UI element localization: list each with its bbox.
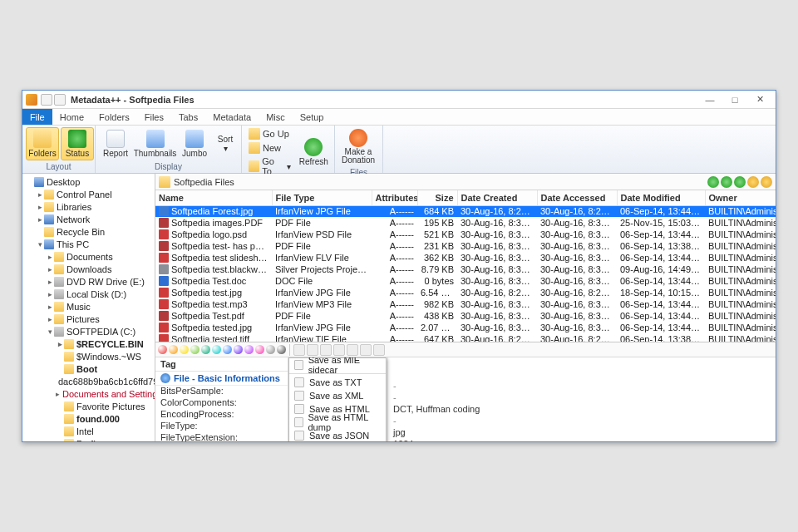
tag-color-button[interactable] — [212, 345, 221, 354]
toolbar-button[interactable] — [333, 344, 345, 356]
tree-node[interactable]: ▸Music — [22, 300, 155, 313]
file-row[interactable]: Softpedia test slideshow.flvIrfanView FL… — [155, 252, 776, 264]
tag-color-button[interactable] — [266, 345, 275, 354]
toolbar-button[interactable] — [373, 344, 385, 356]
file-row[interactable]: Softpedia test.blackwhiteProjectSilver P… — [155, 264, 776, 275]
column-header[interactable]: Date Modified — [617, 190, 705, 205]
tag-color-button[interactable] — [158, 345, 167, 354]
ribbon-tab-setup[interactable]: Setup — [293, 109, 332, 125]
column-header[interactable]: Attributes — [372, 190, 417, 205]
qat-button[interactable] — [54, 94, 66, 106]
file-list-container[interactable]: NameFile TypeAttributesSizeDate CreatedD… — [155, 190, 776, 342]
tree-node[interactable]: ▾This PC — [22, 238, 155, 250]
tag-color-button[interactable] — [255, 345, 264, 354]
report-button[interactable]: Report — [99, 128, 132, 160]
tree-node[interactable]: Intel — [22, 425, 155, 437]
ribbon-tab-folders[interactable]: Folders — [91, 109, 137, 125]
add-tab-button[interactable] — [707, 176, 719, 188]
menu-item[interactable]: Save as TXT — [289, 376, 386, 389]
title-bar[interactable]: Metadata++ - Softpedia Files — □ ✕ — [22, 91, 776, 109]
tag-color-button[interactable] — [244, 345, 254, 354]
toolbar-button[interactable] — [307, 344, 318, 356]
toolbar-button[interactable] — [347, 344, 358, 356]
tag-color-button[interactable] — [201, 345, 210, 354]
expand-icon[interactable]: ▾ — [46, 328, 54, 336]
file-row[interactable]: Softpedia test- has pass (1).pdfPDF File… — [155, 240, 776, 252]
column-header[interactable]: Date Accessed — [537, 190, 617, 205]
tag-color-button[interactable] — [234, 345, 243, 354]
donate-button[interactable]: Make a Donation — [338, 127, 378, 166]
tag-color-button[interactable] — [223, 345, 232, 354]
file-row[interactable]: Softpedia Test.pdfPDF FileA------438 KB3… — [155, 310, 776, 322]
file-row[interactable]: Softpedia tested.tiffIrfanView TIF FileA… — [155, 333, 776, 342]
ribbon-tab-files[interactable]: Files — [137, 109, 171, 125]
ribbon-tab-tabs[interactable]: Tabs — [171, 109, 205, 125]
qat-button[interactable] — [41, 94, 52, 106]
tree-node[interactable]: ▸Network — [22, 213, 155, 225]
status-button[interactable]: Status — [61, 127, 94, 160]
go-up-button[interactable]: Go Up — [245, 127, 294, 140]
menu-item[interactable]: Save as MIE sidecar — [289, 358, 386, 372]
tree-node[interactable]: Desktop — [22, 175, 155, 188]
expand-icon[interactable]: ▸ — [46, 315, 54, 323]
tree-node[interactable]: ▸Local Disk (D:) — [22, 288, 155, 300]
jumbo-button[interactable]: Jumbo — [178, 128, 211, 160]
tree-node[interactable]: Favorite Pictures — [22, 400, 155, 412]
tag-color-button[interactable] — [169, 345, 178, 354]
file-row[interactable]: Softpedia Test.docDOC FileA------0 bytes… — [155, 275, 776, 287]
column-header[interactable]: File Type — [272, 190, 372, 205]
file-row[interactable]: Softpedia Forest.jpgIrfanView JPG FileA-… — [155, 205, 776, 217]
tag-color-button[interactable] — [190, 345, 200, 354]
tree-node[interactable]: ▸Documents — [22, 250, 155, 263]
folders-button[interactable]: Folders — [26, 127, 59, 160]
expand-icon[interactable]: ▾ — [36, 240, 44, 249]
ribbon-tab-misc[interactable]: Misc — [259, 109, 293, 125]
toolbar-button[interactable] — [320, 344, 332, 356]
options-button[interactable] — [761, 176, 772, 188]
metadata-section[interactable]: File - Basic Informations — [155, 372, 288, 386]
tree-node[interactable]: PerfLogs — [22, 437, 155, 441]
expand-icon[interactable]: ▸ — [46, 253, 54, 261]
save-as-menu[interactable]: Save as MIE sidecarSave as TXTSave as XM… — [288, 357, 387, 441]
minimize-button[interactable]: — — [697, 91, 722, 108]
column-header[interactable]: Owner — [705, 190, 776, 205]
tree-node[interactable]: ▸DVD RW Drive (E:) — [22, 275, 155, 288]
current-path[interactable]: Softpedia Files — [174, 177, 707, 187]
toolbar-button[interactable] — [293, 344, 305, 356]
refresh-button[interactable]: Refresh — [296, 136, 331, 168]
expand-icon[interactable]: ▸ — [36, 203, 44, 211]
file-row[interactable]: Softpedia logo.psdIrfanView PSD FileA---… — [155, 229, 776, 240]
tree-node[interactable]: ▸Libraries — [22, 200, 155, 213]
tree-node[interactable]: $Windows.~WS — [22, 350, 155, 362]
sort-button[interactable]: Sort ▾ — [213, 133, 238, 155]
tag-color-button[interactable] — [180, 345, 189, 354]
ribbon-tab-file[interactable]: File — [22, 109, 52, 125]
tree-node[interactable]: ▾SOFTPEDIA (C:) — [22, 325, 155, 337]
close-button[interactable]: ✕ — [747, 91, 772, 108]
expand-icon[interactable]: ▸ — [46, 290, 54, 298]
tree-node[interactable]: ▸Control Panel — [22, 188, 155, 200]
pin-button[interactable] — [747, 176, 759, 188]
nav-down-button[interactable] — [734, 176, 746, 188]
tree-node[interactable]: found.000 — [22, 412, 155, 425]
expand-icon[interactable]: ▸ — [56, 390, 60, 398]
thumbnails-button[interactable]: Thumbnails — [134, 128, 176, 160]
tree-node[interactable]: ▸Downloads — [22, 263, 155, 275]
file-row[interactable]: Softpedia images.PDFPDF FileA------195 K… — [155, 217, 776, 229]
tree-node[interactable]: ▸Pictures — [22, 313, 155, 325]
tree-node[interactable]: ▸Documents and Settings — [22, 387, 155, 400]
column-header[interactable]: Date Created — [457, 190, 537, 205]
folder-tree[interactable]: Desktop▸Control Panel▸Libraries▸NetworkR… — [22, 174, 155, 441]
expand-icon[interactable]: ▸ — [46, 278, 54, 286]
column-header[interactable]: Size — [417, 190, 457, 205]
expand-icon[interactable]: ▸ — [46, 265, 54, 273]
ribbon-tab-metadata[interactable]: Metadata — [205, 109, 259, 125]
file-row[interactable]: Softpedia test.jpgIrfanView JPG FileA---… — [155, 287, 776, 298]
maximize-button[interactable]: □ — [722, 91, 747, 108]
nav-up-button[interactable] — [721, 176, 732, 188]
tag-color-button[interactable] — [277, 345, 286, 354]
file-row[interactable]: Softpedia test.mp3IrfanView MP3 FileA---… — [155, 298, 776, 310]
expand-icon[interactable]: ▸ — [46, 303, 54, 311]
menu-item[interactable]: Save as HTML dump — [289, 416, 386, 429]
tree-node[interactable]: Boot — [22, 362, 155, 375]
